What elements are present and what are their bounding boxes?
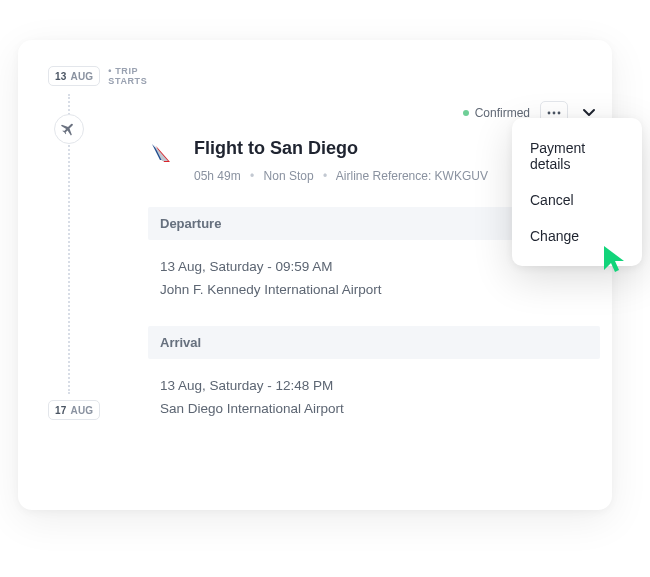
trip-starts-label: • TRIP STARTS bbox=[108, 66, 147, 86]
departure-airport: John F. Kennedy International Airport bbox=[160, 279, 600, 302]
arrival-label: Arrival bbox=[148, 326, 600, 359]
svg-point-0 bbox=[548, 112, 551, 115]
date-day: 17 bbox=[55, 405, 67, 416]
chevron-down-icon bbox=[582, 108, 596, 118]
arrival-detail: 13 Aug, Saturday - 12:48 PM San Diego In… bbox=[148, 375, 600, 421]
arrival-airport: San Diego International Airport bbox=[160, 398, 600, 421]
date-pill-end: 17 AUG bbox=[48, 400, 100, 420]
itinerary-card: 13 AUG • TRIP STARTS 17 AUG Confirmed bbox=[18, 40, 612, 510]
flight-stops: Non Stop bbox=[264, 169, 314, 183]
menu-item-change[interactable]: Change bbox=[512, 218, 642, 254]
date-month: AUG bbox=[71, 71, 94, 82]
date-pill-start: 13 AUG bbox=[48, 66, 100, 86]
menu-item-payment-details[interactable]: Payment details bbox=[512, 130, 642, 182]
airline-logo bbox=[148, 138, 176, 166]
status-dot-icon bbox=[463, 110, 469, 116]
svg-point-1 bbox=[553, 112, 556, 115]
date-month: AUG bbox=[71, 405, 94, 416]
arrival-datetime: 13 Aug, Saturday - 12:48 PM bbox=[160, 375, 600, 398]
flight-duration: 05h 49m bbox=[194, 169, 241, 183]
svg-point-2 bbox=[558, 112, 561, 115]
timeline: 13 AUG • TRIP STARTS 17 AUG bbox=[48, 66, 128, 486]
timeline-start: 13 AUG • TRIP STARTS bbox=[48, 66, 128, 86]
menu-item-cancel[interactable]: Cancel bbox=[512, 182, 642, 218]
action-menu: Payment details Cancel Change bbox=[512, 118, 642, 266]
flight-ref-label: Airline Reference: bbox=[336, 169, 431, 183]
title-block: Flight to San Diego 05h 49m • Non Stop •… bbox=[194, 138, 488, 183]
airplane-icon bbox=[54, 114, 84, 144]
more-icon bbox=[547, 111, 561, 115]
flight-ref: KWKGUV bbox=[435, 169, 488, 183]
flight-title: Flight to San Diego bbox=[194, 138, 488, 159]
date-day: 13 bbox=[55, 71, 67, 82]
flight-meta: 05h 49m • Non Stop • Airline Reference: … bbox=[194, 169, 488, 183]
